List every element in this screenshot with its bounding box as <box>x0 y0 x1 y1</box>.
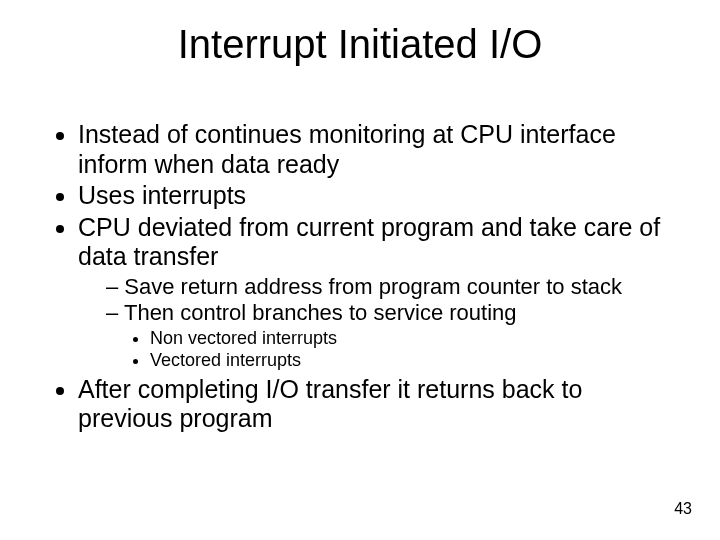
list-item: Instead of continues monitoring at CPU i… <box>78 120 674 179</box>
bullet-list-level-2: Save return address from program counter… <box>78 274 674 371</box>
slide-title: Interrupt Initiated I/O <box>0 22 720 67</box>
list-item-text: CPU deviated from current program and ta… <box>78 213 660 271</box>
list-item: Then control branches to service routing… <box>106 300 674 370</box>
list-item: After completing I/O transfer it returns… <box>78 375 674 434</box>
list-item-text: Then control branches to service routing <box>124 300 517 325</box>
list-item: Vectored interrupts <box>150 350 674 371</box>
list-item: CPU deviated from current program and ta… <box>78 213 674 371</box>
list-item: Save return address from program counter… <box>106 274 674 300</box>
bullet-list-level-1: Instead of continues monitoring at CPU i… <box>54 120 674 434</box>
list-item: Uses interrupts <box>78 181 674 211</box>
slide-body: Instead of continues monitoring at CPU i… <box>54 120 674 436</box>
list-item: Non vectored interrupts <box>150 328 674 349</box>
page-number: 43 <box>674 500 692 518</box>
bullet-list-level-3: Non vectored interrupts Vectored interru… <box>106 328 674 370</box>
slide: Interrupt Initiated I/O Instead of conti… <box>0 0 720 540</box>
